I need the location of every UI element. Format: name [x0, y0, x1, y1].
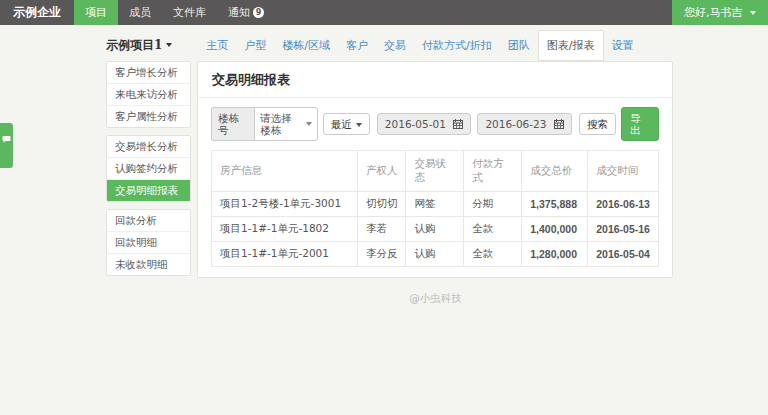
col-header-property: 房产信息: [212, 151, 358, 192]
sidebar-item-unpaid-detail[interactable]: 未收款明细: [107, 254, 190, 275]
tab-team[interactable]: 团队: [500, 31, 538, 60]
col-header-owner: 产权人: [357, 151, 406, 192]
date-from-value: 2016-05-01: [385, 118, 446, 130]
tab-customers[interactable]: 客户: [338, 31, 376, 60]
cell-price: 1,375,888: [522, 192, 588, 217]
cell-date: 2016-05-16: [588, 217, 659, 242]
sidebar-item-customer-growth[interactable]: 客户增长分析: [107, 62, 190, 84]
filter-bar: 楼栋号 请选择楼栋 最近 2016-05-01: [198, 98, 672, 148]
sidebar-item-payment-analysis[interactable]: 回款分析: [107, 210, 190, 232]
date-to-input[interactable]: 2016-06-23: [477, 113, 572, 135]
project-switcher[interactable]: 示例项目1: [106, 37, 172, 54]
tab-home[interactable]: 主页: [198, 31, 236, 60]
search-button[interactable]: 搜索: [579, 113, 616, 135]
topnav-item-notifications[interactable]: 通知 9: [217, 0, 275, 25]
tab-label: 付款方式/折扣: [422, 39, 492, 52]
footer-credit: @小虫科技: [197, 283, 674, 315]
sidebar-item-payment-detail[interactable]: 回款明细: [107, 232, 190, 254]
sidebar-item-subscription-signing[interactable]: 认购签约分析: [107, 158, 190, 180]
sidebar-item-transaction-detail-report[interactable]: 交易明细报表: [107, 180, 190, 201]
report-sidebar: 客户增长分析 来电来访分析 客户属性分析 交易增长分析 认购签约分析 交易明细报…: [106, 61, 191, 283]
sidebar-group-transaction: 交易增长分析 认购签约分析 交易明细报表: [106, 135, 191, 202]
tab-buildings[interactable]: 楼栋/区域: [274, 31, 338, 60]
tab-label: 主页: [206, 39, 228, 52]
topnav-item-label: 文件库: [173, 0, 206, 25]
tab-unit-types[interactable]: 户型: [236, 31, 274, 60]
page-title: 交易明细报表: [198, 62, 672, 98]
user-menu[interactable]: 您好,马书吉: [672, 0, 768, 25]
content-area: 客户增长分析 来电来访分析 客户属性分析 交易增长分析 认购签约分析 交易明细报…: [106, 61, 673, 283]
calendar-icon: [453, 119, 463, 129]
export-button[interactable]: 导出: [621, 107, 659, 141]
recent-range-button[interactable]: 最近: [323, 113, 370, 135]
caret-down-icon: [306, 122, 312, 126]
page-container: 示例项目1 主页 户型 楼栋/区域 客户 交易 付款方式/折扣 团队 图表/报表…: [106, 31, 673, 283]
cell-payment: 全款: [464, 217, 522, 242]
sidebar-item-customer-attributes[interactable]: 客户属性分析: [107, 106, 190, 127]
col-header-payment: 付款方式: [464, 151, 522, 192]
chat-bubble-icon: [2, 136, 11, 144]
cell-owner: 李分反: [357, 242, 406, 267]
caret-down-icon: [356, 123, 362, 127]
topnav-item-files[interactable]: 文件库: [162, 0, 217, 25]
cell-price: 1,400,000: [522, 217, 588, 242]
topnav-item-projects[interactable]: 项目: [74, 0, 118, 25]
sidebar-group-customer: 客户增长分析 来电来访分析 客户属性分析: [106, 61, 191, 128]
sidebar-item-transaction-growth[interactable]: 交易增长分析: [107, 136, 190, 158]
table-row: 项目1-1#-1单元-2001 李分反 认购 全款 1,280,000 2016…: [212, 242, 659, 267]
topbar-nav: 项目 成员 文件库 通知 9: [74, 0, 275, 25]
recent-range-label: 最近: [331, 118, 352, 130]
cell-status: 网签: [406, 192, 464, 217]
tab-settings[interactable]: 设置: [604, 31, 642, 60]
topnav-item-members[interactable]: 成员: [118, 0, 162, 25]
report-panel: 交易明细报表 楼栋号 请选择楼栋 最近 2016-05-01: [197, 61, 673, 278]
transaction-table: 房产信息 产权人 交易状态 付款方式 成交总价 成交时间 项目1-2号楼-1单元…: [211, 150, 659, 267]
calendar-icon: [554, 119, 564, 129]
feedback-tab[interactable]: [0, 123, 13, 168]
tab-label: 楼栋/区域: [282, 39, 330, 52]
topnav-item-label: 通知: [228, 0, 250, 25]
table-header-row: 房产信息 产权人 交易状态 付款方式 成交总价 成交时间: [212, 151, 659, 192]
cell-status: 认购: [406, 217, 464, 242]
cell-payment: 全款: [464, 242, 522, 267]
cell-property: 项目1-1#-1单元-2001: [212, 242, 358, 267]
tab-label: 交易: [384, 39, 406, 52]
brand-logo: 示例企业: [0, 0, 74, 25]
tab-label: 户型: [244, 39, 266, 52]
cell-date: 2016-05-04: [588, 242, 659, 267]
col-header-date: 成交时间: [588, 151, 659, 192]
building-number-label: 楼栋号: [211, 107, 254, 141]
building-select[interactable]: 请选择楼栋: [254, 107, 318, 141]
tab-transactions[interactable]: 交易: [376, 31, 414, 60]
project-name: 示例项目1: [106, 38, 162, 52]
topnav-item-label: 成员: [129, 0, 151, 25]
topnav-item-label: 项目: [85, 0, 107, 25]
tab-label: 设置: [612, 39, 634, 52]
table-row: 项目1-1#-1单元-1802 李若 认购 全款 1,400,000 2016-…: [212, 217, 659, 242]
cell-status: 认购: [406, 242, 464, 267]
user-greeting: 您好,马书吉: [684, 6, 743, 19]
cell-owner: 李若: [357, 217, 406, 242]
notification-count-badge: 9: [253, 7, 264, 18]
tab-charts-reports[interactable]: 图表/报表: [538, 30, 604, 61]
project-subnav: 示例项目1 主页 户型 楼栋/区域 客户 交易 付款方式/折扣 团队 图表/报表…: [106, 31, 673, 59]
tab-payment-discount[interactable]: 付款方式/折扣: [414, 31, 500, 60]
tab-label: 团队: [508, 39, 530, 52]
cell-owner: 切切切: [357, 192, 406, 217]
date-from-input[interactable]: 2016-05-01: [377, 113, 472, 135]
sidebar-group-payment: 回款分析 回款明细 未收款明细: [106, 209, 191, 276]
table-row: 项目1-2号楼-1单元-3001 切切切 网签 分期 1,375,888 201…: [212, 192, 659, 217]
col-header-price: 成交总价: [522, 151, 588, 192]
tab-label: 客户: [346, 39, 368, 52]
caret-down-icon: [166, 43, 172, 47]
cell-date: 2016-06-13: [588, 192, 659, 217]
cell-payment: 分期: [464, 192, 522, 217]
caret-down-icon: [750, 11, 756, 15]
cell-price: 1,280,000: [522, 242, 588, 267]
cell-property: 项目1-1#-1单元-1802: [212, 217, 358, 242]
col-header-status: 交易状态: [406, 151, 464, 192]
cell-property: 项目1-2号楼-1单元-3001: [212, 192, 358, 217]
building-select-value: 请选择楼栋: [260, 112, 302, 136]
sidebar-item-call-visit[interactable]: 来电来访分析: [107, 84, 190, 106]
tab-label: 图表/报表: [547, 39, 595, 52]
